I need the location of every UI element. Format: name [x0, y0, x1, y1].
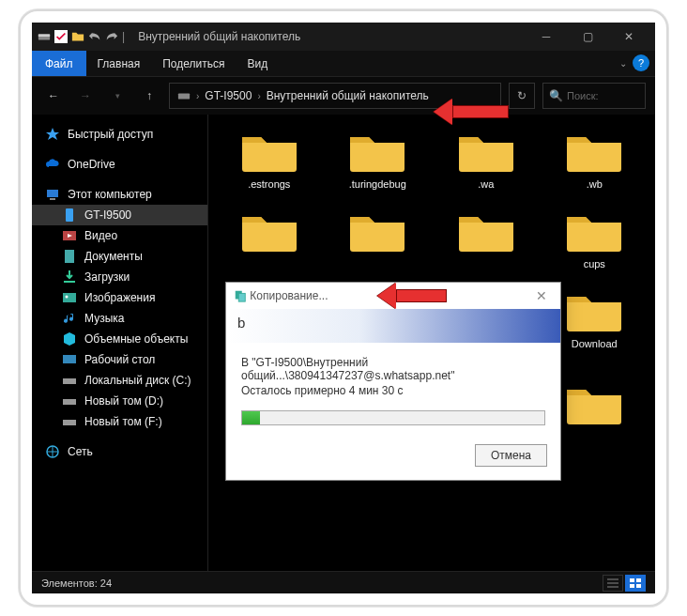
drive-icon [38, 30, 51, 43]
address-bar-row: ← → ▾ ↑ › GT-I9500 › Внутренний общий на… [32, 77, 655, 115]
drive-icon [62, 393, 77, 408]
svg-rect-11 [63, 355, 76, 363]
cube-icon [62, 331, 77, 346]
up-button[interactable]: ↑ [137, 84, 161, 108]
sidebar-item-drive-c[interactable]: Локальный диск (C:) [32, 370, 207, 391]
folder-item[interactable] [327, 208, 430, 270]
sidebar-item-videos[interactable]: Видео [32, 225, 207, 246]
forward-button[interactable]: → [73, 84, 98, 108]
svg-rect-16 [630, 578, 634, 582]
sidebar-this-pc[interactable]: Этот компьютер [32, 184, 207, 205]
undo-icon[interactable] [88, 30, 101, 43]
svg-rect-19 [636, 584, 641, 588]
sidebar-item-device[interactable]: GT-I9500 [32, 205, 207, 225]
redo-icon[interactable] [105, 30, 118, 43]
folder-label: .wb [587, 178, 603, 191]
status-bar: Элементов: 24 [32, 571, 655, 593]
svg-rect-9 [63, 293, 76, 302]
star-icon [45, 127, 60, 142]
folder-label: .estrongs [248, 178, 290, 191]
document-icon [62, 249, 77, 264]
chevron-right-icon: › [196, 91, 199, 101]
status-count-label: Элементов: [41, 578, 98, 589]
annotation-arrow [377, 289, 447, 302]
window-controls: ─ ▢ ✕ [526, 23, 649, 51]
network-icon [45, 444, 60, 459]
pc-icon [45, 187, 60, 202]
folder-label: .turingdebug [349, 178, 406, 191]
dialog-close-button[interactable]: ✕ [530, 288, 553, 303]
sidebar-network[interactable]: Сеть [32, 441, 207, 462]
sidebar: Быстрый доступ OneDrive Этот компьютер G… [32, 115, 208, 571]
close-button[interactable]: ✕ [608, 23, 649, 51]
sidebar-item-drive-f[interactable]: Новый том (F:) [32, 411, 207, 432]
drive-icon [177, 89, 191, 102]
svg-rect-13 [63, 399, 76, 405]
folder-item[interactable]: cups [543, 208, 647, 270]
dialog-time-remaining: Осталось примерно 4 мин 30 с [241, 384, 545, 397]
desktop-icon [62, 352, 77, 367]
sidebar-item-music[interactable]: Музыка [32, 308, 207, 329]
crumb-device[interactable]: GT-I9500 [205, 89, 252, 102]
svg-rect-5 [50, 198, 55, 200]
folder-item[interactable]: .wb [543, 128, 647, 191]
svg-rect-17 [636, 578, 641, 582]
tab-home[interactable]: Главная [86, 51, 152, 76]
annotation-arrow [434, 105, 509, 118]
picture-icon [62, 290, 77, 305]
recent-button[interactable]: ▾ [105, 84, 130, 108]
quick-access-toolbar: | [38, 30, 125, 43]
sidebar-item-documents[interactable]: Документы [32, 246, 207, 267]
music-icon [62, 311, 77, 326]
back-button[interactable]: ← [41, 84, 66, 108]
expand-ribbon-icon[interactable]: ⌄ [619, 58, 627, 69]
svg-rect-8 [65, 250, 74, 263]
folder-label: cups [584, 258, 605, 270]
sidebar-item-downloads[interactable]: Загрузки [32, 267, 207, 287]
sidebar-item-drive-d[interactable]: Новый том (D:) [32, 391, 207, 411]
ribbon: Файл Главная Поделиться Вид ⌄ ? [32, 51, 655, 77]
search-input[interactable]: 🔍 Поиск: [542, 83, 646, 109]
tab-share[interactable]: Поделиться [151, 51, 236, 76]
cancel-button[interactable]: Отмена [475, 444, 547, 467]
chevron-right-icon: › [257, 91, 260, 101]
svg-rect-21 [238, 293, 245, 301]
view-details-button[interactable] [603, 575, 623, 592]
crumb-storage[interactable]: Внутренний общий накопитель [267, 89, 429, 102]
folder-item[interactable] [218, 208, 321, 270]
copy-dialog: Копирование... ✕ b В "GT-I9500\Внутренни… [225, 282, 561, 481]
svg-rect-4 [47, 190, 58, 197]
view-icons-button[interactable] [625, 575, 646, 592]
help-icon[interactable]: ? [633, 54, 649, 71]
sidebar-onedrive[interactable]: OneDrive [32, 154, 207, 175]
svg-rect-6 [66, 208, 73, 222]
sidebar-item-3d[interactable]: Объемные объекты [32, 329, 207, 349]
progress-fill [242, 411, 260, 424]
sidebar-quick-access[interactable]: Быстрый доступ [32, 124, 207, 145]
folder-item[interactable] [435, 208, 538, 270]
folder-item[interactable]: .estrongs [218, 128, 321, 191]
check-icon [54, 30, 68, 43]
search-icon: 🔍 [549, 89, 563, 102]
drive-icon [62, 373, 77, 388]
svg-rect-12 [63, 378, 76, 384]
sidebar-item-desktop[interactable]: Рабочий стол [32, 349, 207, 370]
tab-file[interactable]: Файл [32, 51, 86, 76]
refresh-button[interactable]: ↻ [509, 83, 535, 109]
dialog-current-item: b [237, 315, 245, 331]
maximize-button[interactable]: ▢ [567, 23, 608, 51]
folder-icon [71, 30, 84, 43]
svg-point-10 [66, 296, 69, 299]
titlebar: | Внутренний общий накопитель ─ ▢ ✕ [32, 23, 655, 51]
folder-item[interactable]: .turingdebug [327, 128, 430, 191]
svg-rect-1 [38, 34, 50, 37]
folder-label: Download [572, 338, 618, 350]
tab-view[interactable]: Вид [236, 51, 279, 76]
folder-item[interactable]: .wa [435, 128, 538, 191]
svg-rect-14 [63, 420, 76, 425]
phone-icon [62, 208, 77, 223]
cloud-icon [45, 157, 60, 172]
sidebar-item-pictures[interactable]: Изображения [32, 287, 207, 308]
minimize-button[interactable]: ─ [526, 23, 567, 51]
dialog-banner: b [226, 309, 560, 343]
